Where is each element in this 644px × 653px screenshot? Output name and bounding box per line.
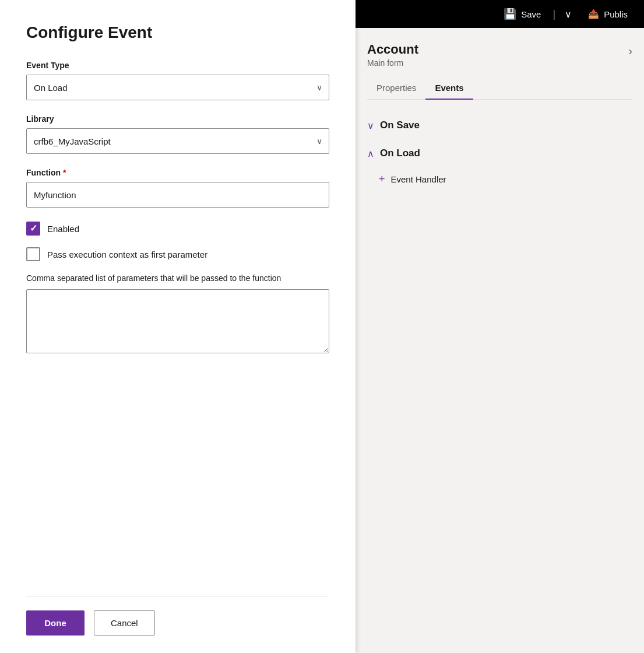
on-save-section[interactable]: ∨ On Save bbox=[367, 111, 632, 139]
library-field: Library crfb6_MyJavaScript ∨ bbox=[26, 114, 329, 154]
event-handler-label: Event Handler bbox=[391, 174, 446, 184]
function-label: Function * bbox=[26, 168, 329, 177]
enabled-checkbox[interactable]: ✓ bbox=[26, 222, 40, 236]
event-type-select[interactable]: On Load On Save On Change bbox=[26, 75, 329, 100]
account-title: Account bbox=[367, 42, 418, 57]
save-icon: 💾 bbox=[504, 8, 516, 20]
dialog-footer: Done Cancel bbox=[26, 596, 329, 636]
function-field: Function * bbox=[26, 168, 329, 208]
on-save-title: On Save bbox=[380, 120, 420, 131]
tabs-container: Properties Events bbox=[367, 77, 632, 100]
toolbar-divider: | bbox=[552, 8, 555, 20]
on-load-chevron-icon: ∧ bbox=[367, 148, 374, 159]
pass-context-row: Pass execution context as first paramete… bbox=[26, 247, 329, 261]
function-input[interactable] bbox=[26, 182, 329, 208]
account-chevron-right-icon[interactable]: › bbox=[628, 44, 632, 58]
add-event-handler-icon: + bbox=[379, 173, 385, 185]
event-type-select-wrapper: On Load On Save On Change ∨ bbox=[26, 75, 329, 100]
event-handler-row[interactable]: + Event Handler bbox=[367, 167, 632, 191]
top-bar: 💾 Save | ∨ 📤 Publis bbox=[356, 0, 644, 28]
tab-properties[interactable]: Properties bbox=[367, 77, 425, 100]
dialog-title: Configure Event bbox=[26, 23, 329, 42]
configure-event-dialog: Configure Event Event Type On Load On Sa… bbox=[0, 0, 356, 653]
library-select[interactable]: crfb6_MyJavaScript bbox=[26, 128, 329, 154]
cancel-button[interactable]: Cancel bbox=[94, 610, 155, 636]
done-button[interactable]: Done bbox=[26, 610, 85, 636]
account-subtitle: Main form bbox=[367, 58, 418, 68]
required-star: * bbox=[63, 168, 66, 177]
event-type-field: Event Type On Load On Save On Change ∨ bbox=[26, 61, 329, 100]
on-load-section[interactable]: ∧ On Load bbox=[367, 139, 632, 167]
right-content: Account Main form › Properties Events ∨ … bbox=[356, 28, 644, 653]
account-header: Account Main form › bbox=[367, 42, 632, 68]
enabled-row: ✓ Enabled bbox=[26, 222, 329, 236]
checkmark-icon: ✓ bbox=[30, 224, 37, 233]
save-dropdown-button[interactable]: ∨ bbox=[560, 5, 576, 23]
library-select-wrapper: crfb6_MyJavaScript ∨ bbox=[26, 128, 329, 154]
publish-button[interactable]: 📤 Publis bbox=[581, 5, 635, 23]
event-type-label: Event Type bbox=[26, 61, 329, 70]
params-label: Comma separated list of parameters that … bbox=[26, 273, 329, 285]
on-load-title: On Load bbox=[380, 148, 420, 159]
params-field: Comma separated list of parameters that … bbox=[26, 273, 329, 356]
right-panel: 💾 Save | ∨ 📤 Publis Account Main form › … bbox=[356, 0, 644, 653]
tab-events[interactable]: Events bbox=[425, 77, 473, 100]
on-save-chevron-icon: ∨ bbox=[367, 120, 374, 131]
params-textarea[interactable] bbox=[26, 289, 329, 353]
publish-icon: 📤 bbox=[588, 9, 599, 19]
account-info: Account Main form bbox=[367, 42, 418, 68]
pass-context-label: Pass execution context as first paramete… bbox=[47, 250, 207, 259]
save-button[interactable]: 💾 Save bbox=[497, 4, 548, 24]
library-label: Library bbox=[26, 114, 329, 124]
pass-context-checkbox[interactable] bbox=[26, 247, 40, 261]
enabled-label: Enabled bbox=[47, 224, 79, 234]
